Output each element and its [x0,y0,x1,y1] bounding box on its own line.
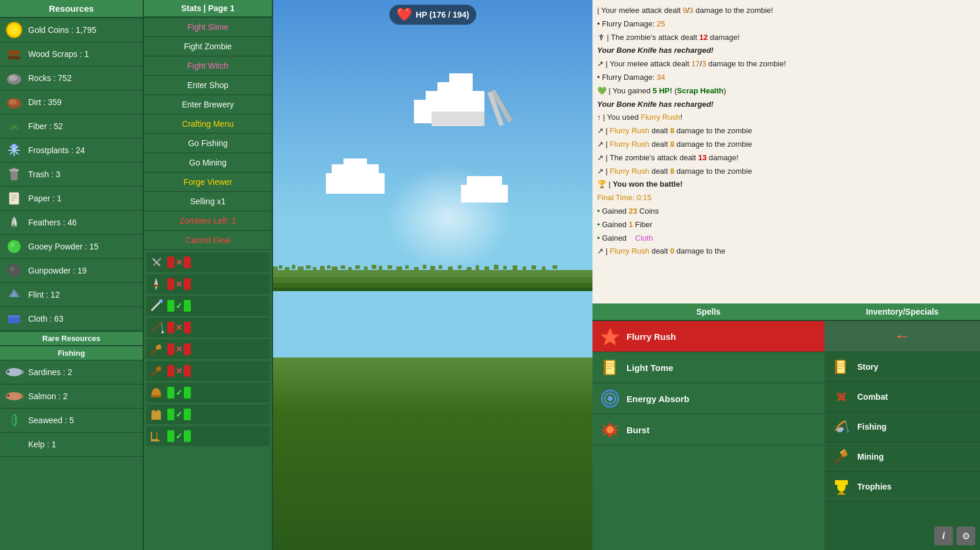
log-entry: Your Bone Knife has recharged! [597,45,975,57]
story-icon [831,357,851,377]
combat-label: Combat [857,392,888,401]
settings-button[interactable]: ⚙ [957,527,975,545]
svg-rect-59 [298,266,304,271]
svg-point-19 [8,264,21,277]
light-tome-icon [600,357,621,378]
svg-rect-46 [332,164,379,182]
fight-slime-button[interactable]: Fight Slime [144,18,272,37]
svg-rect-63 [327,265,331,269]
svg-point-33 [159,299,163,303]
fishing-icon [831,417,851,437]
wand-icon [147,297,165,315]
svg-rect-50 [461,185,508,203]
light-tome-label: Light Tome [627,363,673,373]
list-item: Wood Scraps : 1 [0,42,143,66]
crafting-menu-button[interactable]: Crafting Menu [144,114,272,134]
equip-bars: ✓ [167,387,191,399]
dirt-icon [5,93,23,112]
paper-label: Paper : 1 [28,194,62,203]
stats-title: Stats | Page 1 [144,0,272,18]
back-button[interactable]: ← [824,321,980,352]
svg-rect-74 [414,267,419,272]
right-panel: | Your melee attack dealt 9/3 damage to … [592,0,980,550]
enter-shop-button[interactable]: Enter Shop [144,76,272,95]
svg-rect-84 [503,266,507,269]
trophies-button[interactable]: Trophies [824,472,980,502]
svg-point-20 [10,266,15,271]
log-entry: ↗ | Flurry Rush dealt 8 damage to the zo… [597,166,975,178]
feathers-icon [5,213,23,232]
go-mining-button[interactable]: Go Mining [144,153,272,173]
log-entry: 🗡 | The zombie's attack dealt 12 damage! [597,32,975,44]
enter-brewery-button[interactable]: Enter Brewery [144,95,272,114]
svg-rect-89 [553,265,557,269]
svg-rect-49 [467,176,502,191]
gunpowder-label: Gunpowder : 19 [28,266,87,275]
fight-zombie-button[interactable]: Fight Zombie [144,37,272,56]
svg-rect-81 [476,265,479,270]
list-item: Salmon : 2 [0,384,143,409]
cancel-deal-button[interactable]: Cancel Deal [144,231,272,250]
log-entry: • Flurry Damage: 34 [597,72,975,84]
svg-rect-87 [531,265,536,269]
svg-rect-54 [273,288,592,291]
list-item: Fiber : 52 [0,114,143,139]
battle-log[interactable]: | Your melee attack dealt 9/3 damage to … [592,0,980,303]
svg-rect-52 [273,277,592,283]
seaweed-label: Seaweed : 5 [28,416,74,425]
svg-rect-61 [313,267,316,271]
list-item: Cloth : 63 [0,307,143,331]
log-entry: • Gained 23 Coins [597,205,975,218]
hp-text: HP (176 / 194) [416,10,469,19]
svg-rect-12 [9,193,19,204]
flint-icon [5,285,23,304]
equip-row: ✓ [146,426,270,446]
trash-icon [5,165,23,184]
combat-button[interactable]: Combat [824,382,980,412]
svg-rect-40 [426,91,484,120]
forge-viewer-button[interactable]: Forge Viewer [144,173,272,192]
kelp-icon [5,435,23,454]
svg-rect-42 [414,100,484,123]
svg-rect-65 [341,265,345,269]
game-canvas: ❤️ HP (176 / 194) [273,0,592,550]
equip-row: ✕ [146,318,270,338]
gold-coins-label: Gold Coins : 1,795 [28,25,96,35]
info-button[interactable]: i [934,527,953,545]
kelp-label: Kelp : 1 [28,440,56,449]
spells-header: Spells [592,303,824,321]
energy-absorb-spell-button[interactable]: Energy Absorb [592,383,824,414]
log-entry: ↗ | Flurry Rush dealt 8 damage to the zo… [597,125,975,137]
fight-witch-button[interactable]: Fight Witch [144,56,272,76]
svg-rect-9 [11,171,18,180]
selling-button[interactable]: Selling x1 [144,192,272,211]
svg-rect-93 [604,360,606,375]
wood-scraps-label: Wood Scraps : 1 [28,49,89,59]
svg-rect-56 [279,265,282,269]
go-fishing-button[interactable]: Go Fishing [144,134,272,153]
dagger-icon [147,275,165,293]
story-label: Story [857,362,878,372]
log-entry: Final Time: 0:15 [597,192,975,204]
equip-bars: ✕ [167,257,191,268]
burst-spell-button[interactable]: Burst [592,414,824,446]
story-button[interactable]: Story [824,352,980,382]
mining-button[interactable]: Mining [824,442,980,472]
flurry-rush-spell-button[interactable]: Flurry Rush [592,321,824,352]
list-item: Feathers : 46 [0,211,143,235]
rare-resources-divider: Rare Resources [0,331,143,346]
zombies-left-label: Zombies Left: 1 [144,211,272,231]
equip-row: ✕ [146,274,270,294]
svg-line-34 [151,322,161,332]
svg-rect-72 [396,266,402,271]
light-tome-spell-button[interactable]: Light Tome [592,352,824,383]
log-entry: ↗ | Flurry Rush dealt 0 damage to the [597,245,975,258]
combat-icon [831,387,851,407]
wood-scraps-icon [5,45,23,63]
log-entry: ↗ | Flurry Rush dealt 8 damage to the zo… [597,139,975,151]
svg-rect-51 [273,270,592,277]
fishing-button[interactable]: Fishing [824,412,980,442]
inventory-panel: Inventory/Specials ← Story [824,303,980,550]
svg-rect-70 [379,266,382,271]
list-item: Rocks : 752 [0,66,143,90]
